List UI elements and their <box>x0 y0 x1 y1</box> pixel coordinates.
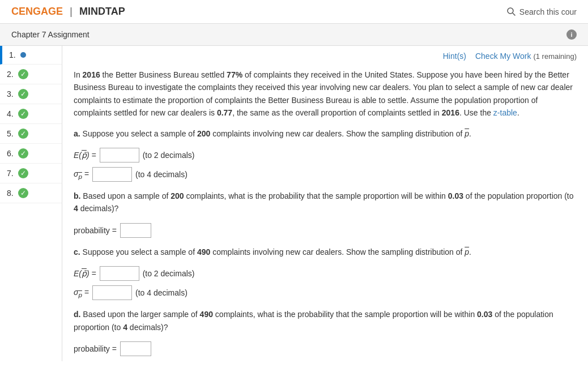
mindtap-logo: MINDTAP <box>79 6 125 18</box>
e-decimals-a: (to 2 decimals) <box>143 151 195 160</box>
logo: CENGAGE | MINDTAP <box>11 6 125 18</box>
check-my-work-area: Check My Work (1 remaining) <box>475 52 577 61</box>
sidebar-item-3[interactable]: 3. ✓ <box>0 84 62 104</box>
check-icon-4: ✓ <box>18 109 28 119</box>
check-icon-7: ✓ <box>18 168 28 178</box>
problem-text: In 2016 the Better Business Bureau settl… <box>74 69 577 119</box>
prob-label-b: probability = <box>74 226 117 235</box>
e-formula-a: E(p̄) = (to 2 decimals) <box>74 148 577 163</box>
part-c-section: c. Suppose you select a sample of 490 co… <box>74 246 577 300</box>
check-icon-6: ✓ <box>18 148 28 159</box>
part-b-section: b. Based upon a sample of 200 complaints… <box>74 190 577 238</box>
e-label-c: E(p̄) = <box>74 269 96 278</box>
sigma-label-c: σp = <box>74 288 89 298</box>
breadcrumb: Chapter 7 Assignment i <box>0 24 588 46</box>
part-a-text: a. Suppose you select a sample of 200 co… <box>74 127 577 140</box>
e-input-c[interactable] <box>100 266 139 281</box>
e-label-a: E(p̄) = <box>74 151 96 160</box>
header: CENGAGE | MINDTAP Search this cour <box>0 0 588 24</box>
check-icon-3: ✓ <box>18 89 28 99</box>
sigma-decimals-c: (to 4 decimals) <box>135 288 188 297</box>
search-area[interactable]: Search this cour <box>507 7 577 16</box>
e-formula-c: E(p̄) = (to 2 decimals) <box>74 266 577 281</box>
sidebar-item-number-2: 2. <box>7 70 14 79</box>
svg-line-1 <box>513 13 515 16</box>
prob-label-d: probability = <box>74 344 117 353</box>
sidebar-item-number-3: 3. <box>7 89 14 99</box>
part-d-section: d. Based upon the larger sample of 490 c… <box>74 308 577 356</box>
part-d-text: d. Based upon the larger sample of 490 c… <box>74 308 577 333</box>
part-c-text: c. Suppose you select a sample of 490 co… <box>74 246 577 258</box>
logo-separator: | <box>70 6 73 18</box>
sigma-formula-a: σp = (to 4 decimals) <box>74 167 577 182</box>
info-icon[interactable]: i <box>566 29 577 40</box>
check-remaining-label: (1 remaining) <box>533 52 577 61</box>
hint-link[interactable]: Hint(s) <box>443 52 466 61</box>
sidebar-item-1[interactable]: 1. <box>0 46 62 65</box>
cengage-logo: CENGAGE <box>11 6 63 18</box>
main-layout: 1. 2. ✓ 3. ✓ 4. ✓ 5. ✓ 6. ✓ 7. ✓ 8. <box>0 46 588 361</box>
sidebar-item-number-4: 4. <box>7 109 14 118</box>
part-b-text: b. Based upon a sample of 200 complaints… <box>74 190 577 215</box>
sidebar-item-number-6: 6. <box>7 149 14 158</box>
sidebar-item-number-8: 8. <box>7 189 14 198</box>
page-title: Chapter 7 Assignment <box>11 30 90 39</box>
prob-row-d: probability = <box>74 341 577 356</box>
check-icon-5: ✓ <box>18 129 28 139</box>
sigma-input-a[interactable] <box>92 167 132 182</box>
sidebar-item-4[interactable]: 4. ✓ <box>0 104 62 124</box>
sidebar-item-8[interactable]: 8. ✓ <box>0 183 62 203</box>
sidebar-item-number-7: 7. <box>7 169 14 178</box>
sigma-decimals-a: (to 4 decimals) <box>135 170 188 179</box>
check-icon-8: ✓ <box>18 188 28 198</box>
prob-input-b[interactable] <box>120 223 151 238</box>
content-area: Hint(s) Check My Work (1 remaining) In 2… <box>62 46 588 361</box>
sigma-formula-c: σp = (to 4 decimals) <box>74 285 577 300</box>
e-input-a[interactable] <box>100 148 139 163</box>
prob-input-d[interactable] <box>120 341 151 356</box>
search-icon <box>507 7 516 16</box>
z-table-link[interactable]: z-table <box>493 108 517 117</box>
hint-row: Hint(s) Check My Work (1 remaining) <box>74 52 577 61</box>
check-icon-2: ✓ <box>18 69 28 79</box>
sidebar-item-6[interactable]: 6. ✓ <box>0 144 62 164</box>
active-dot-icon <box>20 52 26 58</box>
check-my-work-link[interactable]: Check My Work <box>475 52 531 61</box>
sidebar-item-7[interactable]: 7. ✓ <box>0 164 62 183</box>
sidebar-item-5[interactable]: 5. ✓ <box>0 124 62 144</box>
sigma-input-c[interactable] <box>92 285 132 300</box>
sigma-label-a: σp = <box>74 169 89 180</box>
prob-row-b: probability = <box>74 223 577 238</box>
e-decimals-c: (to 2 decimals) <box>143 269 195 278</box>
sidebar-item-number-1: 1. <box>9 50 16 59</box>
search-label: Search this cour <box>519 7 577 16</box>
svg-point-0 <box>508 8 513 14</box>
sidebar-item-2[interactable]: 2. ✓ <box>0 65 62 84</box>
sidebar: 1. 2. ✓ 3. ✓ 4. ✓ 5. ✓ 6. ✓ 7. ✓ 8. <box>0 46 62 361</box>
sidebar-item-number-5: 5. <box>7 129 14 138</box>
part-a-section: a. Suppose you select a sample of 200 co… <box>74 127 577 182</box>
